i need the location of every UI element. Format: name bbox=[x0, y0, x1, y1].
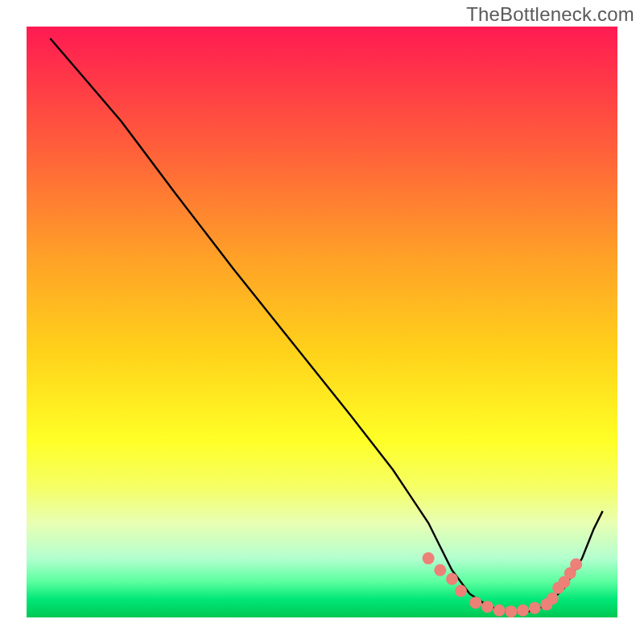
marker-dot bbox=[547, 592, 559, 605]
chart-root: TheBottleneck.com bbox=[0, 0, 644, 644]
marker-dot bbox=[481, 601, 493, 613]
chart-svg bbox=[0, 0, 644, 644]
marker-dot bbox=[529, 602, 541, 614]
watermark-text: TheBottleneck.com bbox=[466, 3, 634, 26]
marker-dot bbox=[446, 573, 458, 585]
marker-dot bbox=[493, 605, 506, 617]
marker-dot bbox=[455, 584, 467, 597]
marker-dot bbox=[505, 605, 517, 617]
marker-dot bbox=[570, 558, 582, 570]
marker-dot bbox=[517, 605, 529, 617]
marker-dot bbox=[434, 564, 446, 576]
marker-dot bbox=[423, 552, 435, 564]
marker-dot bbox=[469, 597, 481, 609]
